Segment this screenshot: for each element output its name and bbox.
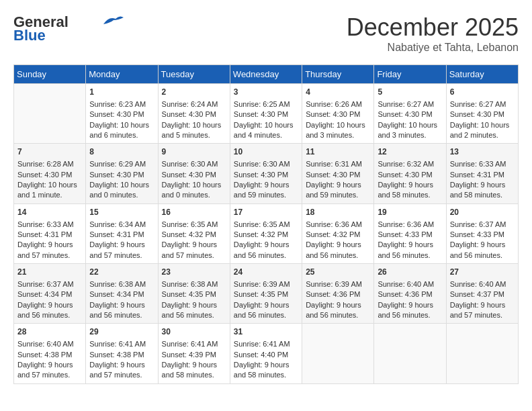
day-info: Sunset: 4:31 PM [17,230,82,240]
day-info: Daylight: 9 hours [162,300,226,310]
day-info: Daylight: 9 hours [306,240,370,250]
day-info: Daylight: 9 hours [89,240,154,250]
day-number: 22 [89,267,154,278]
day-number: 2 [162,87,226,98]
day-info: Sunrise: 6:41 AM [234,339,298,349]
calendar-cell [302,324,374,383]
day-info: Sunrise: 6:38 AM [162,279,226,289]
calendar-cell: 11Sunrise: 6:31 AMSunset: 4:30 PMDayligh… [302,144,374,203]
day-number: 20 [450,207,515,218]
day-number: 5 [378,87,442,98]
day-info: and 57 minutes. [17,370,82,380]
day-number: 3 [234,87,298,98]
day-number: 12 [378,146,442,158]
day-info: and 59 minutes. [234,190,298,200]
day-info: Daylight: 10 hours [162,120,226,130]
calendar-cell: 7Sunrise: 6:28 AMSunset: 4:30 PMDaylight… [14,144,86,203]
calendar-cell: 6Sunrise: 6:27 AMSunset: 4:30 PMDaylight… [446,84,518,144]
day-info: Sunset: 4:33 PM [450,230,515,240]
day-number: 16 [162,207,226,218]
col-friday: Friday [374,65,446,84]
calendar-cell: 22Sunrise: 6:38 AMSunset: 4:34 PMDayligh… [86,264,158,324]
calendar-week-row: 7Sunrise: 6:28 AMSunset: 4:30 PMDaylight… [14,144,519,203]
calendar-cell: 26Sunrise: 6:40 AMSunset: 4:36 PMDayligh… [374,264,446,324]
day-info: Daylight: 9 hours [450,180,515,190]
day-info: Sunset: 4:30 PM [17,170,82,180]
day-number: 6 [450,87,515,98]
day-number: 19 [378,207,442,218]
day-info: and 3 minutes. [378,130,442,140]
calendar-cell: 5Sunrise: 6:27 AMSunset: 4:30 PMDaylight… [374,84,446,144]
calendar-cell [374,324,446,383]
day-info: Sunset: 4:30 PM [450,109,515,120]
day-info: Daylight: 9 hours [17,240,82,250]
col-wednesday: Wednesday [230,65,302,84]
calendar-cell: 9Sunrise: 6:30 AMSunset: 4:30 PMDaylight… [158,144,230,203]
day-info: and 56 minutes. [306,310,370,320]
day-info: Sunset: 4:32 PM [234,230,298,240]
day-info: Daylight: 10 hours [234,120,298,130]
day-number: 28 [17,326,82,338]
day-info: Daylight: 9 hours [378,180,442,190]
day-info: Daylight: 10 hours [89,180,154,190]
calendar-cell: 2Sunrise: 6:24 AMSunset: 4:30 PMDaylight… [158,84,230,144]
day-info: Sunrise: 6:41 AM [162,339,226,349]
day-info: Daylight: 9 hours [234,300,298,310]
day-number: 11 [306,146,370,158]
day-info: Daylight: 9 hours [234,360,298,370]
col-sunday: Sunday [14,65,86,84]
page-header: General Blue December 2025 Nabatiye et T… [13,13,519,54]
calendar-table: Sunday Monday Tuesday Wednesday Thursday… [13,64,519,384]
day-info: Daylight: 9 hours [234,240,298,250]
day-number: 27 [450,267,515,278]
calendar-cell: 4Sunrise: 6:26 AMSunset: 4:30 PMDaylight… [302,84,374,144]
logo-blue: Blue [13,27,46,44]
day-info: Daylight: 9 hours [89,300,154,310]
calendar-cell: 24Sunrise: 6:39 AMSunset: 4:35 PMDayligh… [230,264,302,324]
title-block: December 2025 Nabatiye et Tahta, Lebanon [347,13,519,54]
day-number: 1 [89,87,154,98]
day-info: Daylight: 9 hours [234,180,298,190]
day-info: Sunset: 4:30 PM [378,109,442,120]
day-info: Daylight: 9 hours [450,300,515,310]
calendar-cell: 20Sunrise: 6:37 AMSunset: 4:33 PMDayligh… [446,203,518,263]
calendar-cell: 16Sunrise: 6:35 AMSunset: 4:32 PMDayligh… [158,203,230,263]
col-thursday: Thursday [302,65,374,84]
day-info: Sunrise: 6:37 AM [17,279,82,289]
day-info: Daylight: 10 hours [378,120,442,130]
day-info: Sunrise: 6:40 AM [378,279,442,289]
day-number: 31 [234,326,298,338]
day-info: Sunrise: 6:26 AM [306,99,370,109]
day-info: Daylight: 9 hours [306,180,370,190]
day-info: and 56 minutes. [234,250,298,261]
day-number: 25 [306,267,370,278]
day-info: and 57 minutes. [89,370,154,380]
day-info: Sunrise: 6:35 AM [234,220,298,230]
day-number: 18 [306,207,370,218]
day-info: Sunset: 4:40 PM [234,350,298,360]
calendar-cell: 14Sunrise: 6:33 AMSunset: 4:31 PMDayligh… [14,203,86,263]
day-info: Sunrise: 6:32 AM [378,159,442,169]
col-monday: Monday [86,65,158,84]
calendar-cell: 19Sunrise: 6:36 AMSunset: 4:33 PMDayligh… [374,203,446,263]
calendar-cell [446,324,518,383]
day-info: and 56 minutes. [378,310,442,320]
calendar-cell: 25Sunrise: 6:39 AMSunset: 4:36 PMDayligh… [302,264,374,324]
day-info: and 57 minutes. [450,310,515,320]
day-info: Daylight: 9 hours [378,240,442,250]
col-saturday: Saturday [446,65,518,84]
day-number: 21 [17,267,82,278]
day-info: Sunrise: 6:27 AM [450,99,515,109]
day-info: Sunrise: 6:36 AM [306,220,370,230]
day-number: 15 [89,207,154,218]
calendar-cell: 18Sunrise: 6:36 AMSunset: 4:32 PMDayligh… [302,203,374,263]
day-info: Sunrise: 6:40 AM [17,339,82,349]
calendar-week-row: 21Sunrise: 6:37 AMSunset: 4:34 PMDayligh… [14,264,519,324]
day-number: 23 [162,267,226,278]
day-info: Sunset: 4:34 PM [89,289,154,300]
day-info: Sunset: 4:33 PM [378,230,442,240]
day-info: Sunset: 4:38 PM [17,350,82,360]
day-info: Sunset: 4:39 PM [162,350,226,360]
day-info: Daylight: 9 hours [17,300,82,310]
day-info: Sunset: 4:30 PM [234,170,298,180]
